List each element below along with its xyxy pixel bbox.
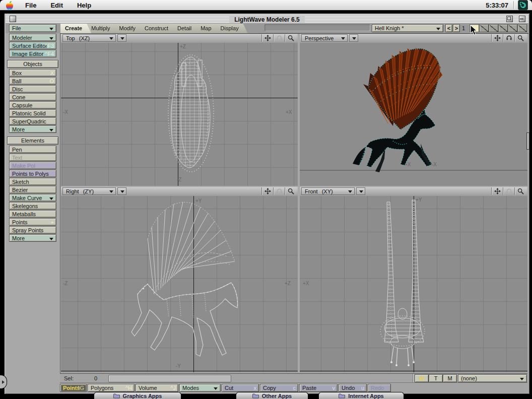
vmap-select-dropdown[interactable]: (none) xyxy=(458,374,527,382)
zoom-icon[interactable] xyxy=(285,187,296,195)
wireframe-model-right-view xyxy=(61,196,298,372)
wireframe-model-top-view xyxy=(61,43,298,186)
tab-construct[interactable]: Construct xyxy=(140,24,177,33)
menu-edit[interactable]: Edit xyxy=(43,0,70,10)
desktop-tab-other-apps[interactable]: Other Apps xyxy=(236,392,308,399)
copy-button[interactable]: Copyc xyxy=(260,384,298,392)
viewport-front-canvas[interactable]: +Y +X xyxy=(300,196,527,372)
sidebar-item-points-to-polys[interactable]: Points to Polys xyxy=(9,170,56,177)
menubar-clock[interactable]: 5:33:07 xyxy=(481,2,513,9)
menu-file[interactable]: File xyxy=(18,0,43,10)
rotate-icon[interactable] xyxy=(503,34,514,42)
sidebar-item-skelegons[interactable]: Skelegons xyxy=(9,202,56,210)
label: Objects xyxy=(23,61,42,67)
folder-icon xyxy=(339,393,345,398)
sidebar-item-modeler[interactable]: Modeler xyxy=(9,34,56,41)
viewport-right-style-dropdown[interactable] xyxy=(117,187,126,195)
sidebar-item-box[interactable]: BoxX xyxy=(9,69,56,77)
menubar-divider xyxy=(513,1,514,9)
zoom-icon[interactable] xyxy=(514,34,526,42)
viewport-right-type-dropdown[interactable]: Right (ZY) xyxy=(62,187,116,195)
sidebar-item-superquadric[interactable]: SuperQuadric xyxy=(9,117,56,125)
tab-detail[interactable]: Detail xyxy=(173,24,201,33)
main-tab-row: File Create Multiply Modify Construct De… xyxy=(6,23,528,34)
apple-menu-icon[interactable] xyxy=(0,1,18,10)
layer-box-5[interactable] xyxy=(508,24,517,32)
current-object-selector[interactable]: Hell Knigh * xyxy=(372,24,443,32)
desktop-tab-graphics-apps[interactable]: Graphics Apps xyxy=(94,392,181,399)
viewport-top-type-dropdown[interactable]: Top (XZ) xyxy=(62,34,116,42)
sidebar-item-cone[interactable]: Cone xyxy=(9,93,56,101)
vmap-weight-button[interactable]: W xyxy=(415,374,429,382)
viewport-perspective-canvas[interactable]: +X -X xyxy=(300,43,527,186)
pan-icon[interactable] xyxy=(491,34,503,42)
mode-polygons-button[interactable]: Polygons^H xyxy=(88,384,135,392)
rotate-icon xyxy=(273,187,285,195)
mode-points-button[interactable]: Points^G xyxy=(60,384,87,392)
window-edge-tab[interactable] xyxy=(526,132,529,150)
cut-button[interactable]: Cutx xyxy=(222,384,259,392)
sidebar-item-metaballs[interactable]: Metaballs xyxy=(9,210,56,218)
label: Copy xyxy=(263,385,276,391)
zoom-box-icon[interactable] xyxy=(506,16,513,22)
viewport-front-type-dropdown[interactable]: Front (XY) xyxy=(301,187,355,195)
menu-help[interactable]: Help xyxy=(70,0,98,10)
pan-icon[interactable] xyxy=(261,187,273,195)
zoom-icon[interactable] xyxy=(285,34,296,42)
viewport-front: Front (XY) +Y +X xyxy=(300,187,527,372)
tab-create[interactable]: Create xyxy=(60,24,91,33)
divider xyxy=(413,374,413,383)
tab-display[interactable]: Display xyxy=(216,24,248,33)
sidebar-item-sketch[interactable]: Sketch xyxy=(9,178,56,185)
modes-dropdown[interactable]: Modes xyxy=(179,384,221,392)
sidebar-item-bezier[interactable]: Bezier xyxy=(9,186,56,193)
label: Bezier xyxy=(12,187,28,193)
desktop-tab-internet-apps[interactable]: Internet Apps xyxy=(318,392,404,399)
sidebar-item-more-objects[interactable]: More xyxy=(9,125,56,133)
sidebar-item-platonic-solid[interactable]: Platonic Solid xyxy=(9,109,56,117)
sidebar-item-make-curve[interactable]: Make Curve xyxy=(9,194,56,202)
chevron-down-icon xyxy=(109,190,113,193)
viewport-perspective: Perspective +X -X xyxy=(300,34,527,186)
sidebar-item-more-elements[interactable]: More xyxy=(9,234,56,242)
zoom-icon[interactable] xyxy=(514,187,526,195)
vmap-texture-button[interactable]: T xyxy=(429,374,443,382)
layer-prev-button[interactable]: < xyxy=(445,24,452,32)
pan-icon[interactable] xyxy=(491,187,503,195)
mode-volume-button[interactable]: Volume^J xyxy=(136,384,178,392)
pan-icon[interactable] xyxy=(261,34,273,42)
layer-box-3[interactable] xyxy=(489,24,498,32)
sidebar-item-ball[interactable]: BallO xyxy=(9,77,56,85)
layer-box-2[interactable] xyxy=(479,24,489,32)
viewport-title: Right xyxy=(66,188,79,194)
paste-button[interactable]: Pastev xyxy=(299,384,338,392)
sidebar-item-capsule[interactable]: Capsule xyxy=(9,101,56,109)
viewport-front-style-dropdown[interactable] xyxy=(356,187,365,195)
layer-next-button[interactable]: > xyxy=(453,24,460,32)
vmap-morph-button[interactable]: M xyxy=(443,374,457,382)
window-title-bar[interactable]: LightWave Modeler 6.5 xyxy=(6,15,528,23)
sidebar-item-pen[interactable]: Pen xyxy=(9,146,56,153)
tab-modify[interactable]: Modify xyxy=(115,24,145,33)
viewport-top-style-dropdown[interactable] xyxy=(117,34,126,42)
sidebar-item-spray-points[interactable]: Spray Points xyxy=(9,226,56,234)
file-menu-label: File xyxy=(12,25,21,31)
collapse-box-icon[interactable] xyxy=(519,16,525,22)
undo-button[interactable]: Undou xyxy=(339,384,367,392)
sidebar-item-image-editor[interactable]: Image Editor^F4 xyxy=(9,50,56,57)
sidebar-item-surface-editor[interactable]: Surface Editor^F3 xyxy=(9,42,56,49)
sidebar-item-points[interactable]: Points+ xyxy=(9,218,56,226)
tab-multiply[interactable]: Multiply xyxy=(87,24,119,33)
viewport-top-canvas[interactable]: +Z -Z -X +X xyxy=(61,43,298,186)
sidebar-item-disc[interactable]: Disc xyxy=(9,85,56,93)
viewport-perspective-style-dropdown[interactable] xyxy=(349,34,358,42)
application-switcher-icon[interactable] xyxy=(518,0,528,10)
layer-box-4[interactable] xyxy=(498,24,508,32)
viewport-perspective-type-dropdown[interactable]: Perspective xyxy=(301,34,348,42)
viewport-right-canvas[interactable]: +Y -Y -Z +Z xyxy=(61,196,298,372)
shortcut: x xyxy=(254,385,257,391)
file-menu-button[interactable]: File xyxy=(9,24,56,32)
layer-box-6[interactable] xyxy=(517,24,527,32)
label: SuperQuadric xyxy=(12,118,46,124)
layer-bank xyxy=(470,24,527,32)
